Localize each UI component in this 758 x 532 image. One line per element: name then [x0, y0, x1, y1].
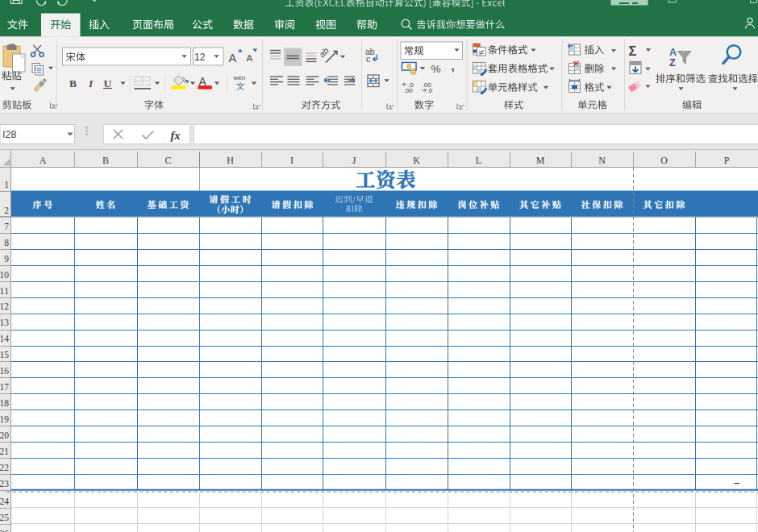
- svg-text:.00: .00: [404, 87, 414, 94]
- svg-text:22: 22: [0, 463, 9, 472]
- svg-text:%: %: [431, 63, 441, 75]
- svg-text:L: L: [476, 155, 481, 166]
- svg-text:N: N: [598, 155, 606, 166]
- svg-text:C: C: [165, 155, 171, 166]
- svg-text:I: I: [290, 155, 294, 166]
- svg-text:8: 8: [4, 238, 9, 247]
- svg-text:.0: .0: [427, 87, 433, 94]
- svg-text:Z: Z: [669, 57, 676, 69]
- svg-text:15: 15: [0, 350, 9, 360]
- svg-text:18: 18: [0, 398, 9, 408]
- svg-text:12: 12: [0, 301, 9, 311]
- svg-text:A: A: [247, 53, 253, 63]
- svg-text:H: H: [227, 155, 234, 166]
- svg-text:fx: fx: [171, 129, 181, 142]
- svg-text:A: A: [199, 75, 207, 88]
- svg-text:24: 24: [0, 497, 9, 506]
- svg-text:O: O: [660, 155, 668, 166]
- svg-text:9: 9: [4, 254, 9, 264]
- svg-text:c: c: [366, 54, 370, 64]
- svg-text:26: 26: [0, 529, 9, 532]
- svg-text:1: 1: [4, 180, 9, 189]
- svg-text:A: A: [40, 155, 47, 166]
- svg-text:I: I: [88, 77, 94, 89]
- svg-text:23: 23: [0, 479, 9, 488]
- svg-text:B: B: [69, 77, 77, 89]
- svg-text:K: K: [413, 155, 420, 166]
- svg-text:14: 14: [0, 334, 9, 343]
- svg-text:10: 10: [0, 270, 9, 280]
- svg-text:A: A: [669, 47, 677, 58]
- svg-text:20: 20: [0, 430, 9, 440]
- svg-text:wén: wén: [233, 74, 246, 81]
- svg-text:P: P: [724, 155, 730, 166]
- svg-text:7: 7: [4, 222, 9, 231]
- svg-text:U: U: [104, 77, 112, 89]
- svg-text:A: A: [229, 52, 237, 64]
- svg-text:13: 13: [0, 318, 9, 327]
- svg-text:J: J: [352, 155, 356, 166]
- svg-text:21: 21: [0, 447, 9, 456]
- svg-text:16: 16: [0, 366, 9, 376]
- svg-text:Σ: Σ: [629, 44, 637, 58]
- svg-text:B: B: [102, 155, 109, 166]
- svg-text:12: 12: [194, 52, 206, 63]
- svg-text:2: 2: [4, 206, 9, 215]
- svg-text:19: 19: [0, 414, 9, 424]
- svg-text:,: ,: [452, 59, 455, 73]
- svg-text:25: 25: [0, 513, 9, 522]
- svg-text:M: M: [536, 155, 545, 166]
- svg-text:17: 17: [0, 382, 9, 392]
- svg-text:11: 11: [0, 286, 9, 296]
- svg-text:I28: I28: [2, 129, 16, 140]
